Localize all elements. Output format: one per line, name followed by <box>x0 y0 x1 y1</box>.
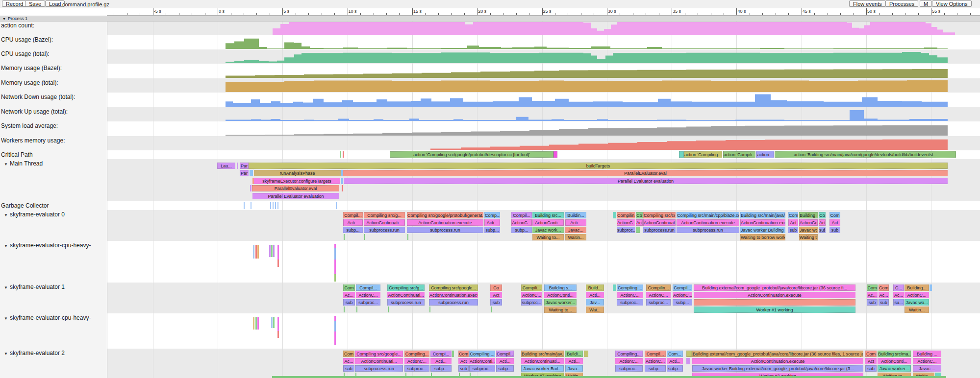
trace-bar[interactable]: subproc... <box>615 365 643 372</box>
trace-bar[interactable]: Compiling src/main/cpp/blaze.cc <box>677 212 739 218</box>
trace-bar[interactable]: Javac ... <box>913 365 941 372</box>
trace-bar[interactable]: Com <box>829 212 840 218</box>
trace-bar[interactable]: ActionC... <box>511 219 532 226</box>
trace-bar[interactable] <box>553 151 557 158</box>
row-label-skyframe-evaluator-cpu-heavy-2[interactable]: ▼skyframe-evaluator-cpu-heavy- <box>1 314 91 321</box>
trace-bar[interactable]: ActionContinuation.execute <box>740 219 785 226</box>
trace-bar[interactable]: subproc... <box>646 299 671 306</box>
trace-bar[interactable] <box>613 212 616 218</box>
trace-bar[interactable]: Parallel Evaluator evaluation <box>252 193 339 199</box>
trace-bar[interactable]: sub <box>819 227 826 233</box>
trace-bar[interactable]: Compiling src/google... <box>429 284 478 291</box>
trace-bar[interactable]: Compilin... <box>646 284 671 291</box>
trace-bar[interactable]: Waiting to... <box>532 234 564 240</box>
trace-bar[interactable]: Waiting to borrow worker <box>740 234 785 240</box>
trace-bar[interactable]: Javac wo... <box>905 299 929 306</box>
trace-bar[interactable] <box>584 351 588 357</box>
trace-bar[interactable]: Compili... <box>521 284 542 291</box>
trace-bar[interactable]: subprocess.run <box>429 299 478 306</box>
trace-bar[interactable]: Building src/main/jav... <box>521 351 564 357</box>
trace-bar[interactable]: Javac work... <box>532 227 564 233</box>
trace-bar[interactable]: action 'Compiling... <box>684 151 722 158</box>
trace-bar[interactable]: Com <box>458 351 469 357</box>
trace-bar[interactable]: Waitin... <box>905 307 929 313</box>
trace-bar[interactable]: subprocess.run <box>407 227 483 233</box>
trace-bar[interactable]: Building s... <box>544 284 577 291</box>
trace-bar[interactable]: Ac... <box>343 292 355 298</box>
trace-bar[interactable]: Lau... <box>217 163 235 169</box>
trace-bar[interactable]: Ac... <box>893 292 904 298</box>
collapse-arrow-icon[interactable]: ▼ <box>4 285 10 290</box>
trace-bar[interactable]: Waitin... <box>565 234 586 240</box>
trace-bar[interactable]: subp... <box>343 227 363 233</box>
trace-bar[interactable] <box>237 163 238 169</box>
trace-bar[interactable]: Act <box>865 358 877 364</box>
trace-bar[interactable]: Co <box>490 284 502 291</box>
trace-bar[interactable]: Acti... <box>343 219 363 226</box>
trace-bar[interactable]: Compiling src/core/... <box>643 212 676 218</box>
row-label-skyframe-evaluator-1[interactable]: ▼skyframe-evaluator 1 <box>1 284 65 290</box>
trace-bar[interactable]: Acti... <box>667 358 683 364</box>
trace-bar[interactable]: subp... <box>511 227 532 233</box>
row-label-main-thread[interactable]: ▼Main Thread <box>1 160 43 167</box>
trace-bar[interactable]: ActionC... <box>521 292 542 298</box>
trace-bar[interactable]: subp... <box>645 365 666 372</box>
trace-bar[interactable] <box>343 151 344 158</box>
trace-bar[interactable] <box>686 358 690 364</box>
trace-bar[interactable]: Building src... <box>532 212 564 218</box>
trace-bar[interactable]: C... <box>893 284 904 291</box>
trace-bar[interactable]: ActionConti... <box>532 219 564 226</box>
trace-bar[interactable]: ActionC... <box>356 292 380 298</box>
trace-bar[interactable]: Build... <box>586 284 604 291</box>
trace-bar[interactable]: Acti... <box>430 358 452 364</box>
trace-bar[interactable] <box>613 284 616 291</box>
trace-bar[interactable] <box>250 185 251 191</box>
trace-bar[interactable]: Com <box>788 212 798 218</box>
trace-bar[interactable]: ActionContinuati... <box>355 358 403 364</box>
trace-bar[interactable] <box>686 351 692 357</box>
trace-bar[interactable]: Javac worker... <box>878 365 911 372</box>
view-options-button[interactable]: View Options <box>932 0 972 7</box>
trace-bar[interactable]: Building external/com_google_protobuf/ja… <box>694 284 855 291</box>
collapse-arrow-icon[interactable]: ▼ <box>4 352 10 356</box>
trace-bar[interactable]: Acti... <box>565 219 586 226</box>
trace-bar[interactable]: subp... <box>496 365 514 372</box>
trace-bar[interactable] <box>930 284 932 291</box>
trace-bar[interactable]: Act <box>788 219 798 226</box>
collapse-arrow-icon[interactable]: ▼ <box>4 244 10 248</box>
trace-bar[interactable]: subp... <box>484 227 500 233</box>
trace-bar[interactable]: ActionC... <box>645 358 666 364</box>
trace-bar[interactable] <box>636 227 640 233</box>
trace-bar[interactable]: Act <box>829 219 840 226</box>
trace-bar[interactable]: subprocess.run <box>387 299 425 306</box>
trace-bar[interactable]: subprocess.run <box>364 227 405 233</box>
trace-bar[interactable]: Com... <box>667 351 683 357</box>
trace-bar[interactable]: Com <box>867 284 878 291</box>
trace-bar[interactable]: action 'Compiling src/google/protobuf/de… <box>390 151 553 158</box>
trace-bar[interactable]: subproc... <box>617 227 635 233</box>
trace-bar[interactable]: ActionContinuation.execute <box>692 358 863 364</box>
trace-bar[interactable]: sub <box>865 365 877 372</box>
trace-bar[interactable]: action... <box>756 151 774 158</box>
trace-bar[interactable]: Com <box>879 284 889 291</box>
trace-bar[interactable]: ParallelEvaluator.eval <box>252 185 339 191</box>
trace-bar[interactable]: Compiling src/g... <box>364 212 405 218</box>
trace-bar[interactable]: Par <box>240 170 249 176</box>
trace-bar[interactable]: Building external/com_google_protobuf/ja… <box>692 351 863 357</box>
row-label-skyframe-evaluator-cpu-heavy-1[interactable]: ▼skyframe-evaluator-cpu-heavy- <box>1 242 91 249</box>
trace-bar[interactable]: subprocess.run <box>677 227 739 233</box>
trace-bar[interactable]: subproc... <box>617 299 643 306</box>
trace-bar[interactable]: Compil... <box>673 284 692 291</box>
trace-bar[interactable]: sub <box>343 365 354 372</box>
trace-bar[interactable]: Building src/main/java/com/go... <box>740 212 785 218</box>
trace-bar[interactable]: ActionC... <box>913 358 941 364</box>
trace-bar[interactable]: subproc... <box>356 299 380 306</box>
trace-bar[interactable]: subproc... <box>469 365 495 372</box>
trace-bar[interactable]: sub <box>829 227 840 233</box>
trace-bar[interactable]: skyframeExecutor.configureTargets <box>254 178 340 184</box>
trace-bar[interactable]: ActionC... <box>617 292 643 298</box>
trace-bar[interactable]: subprocess.run <box>643 227 676 233</box>
trace-bar[interactable]: ActionC... <box>673 292 692 298</box>
trace-bar[interactable]: Javac worker Building external/com_googl… <box>692 365 863 372</box>
trace-bar[interactable]: ActionConti... <box>544 292 577 298</box>
